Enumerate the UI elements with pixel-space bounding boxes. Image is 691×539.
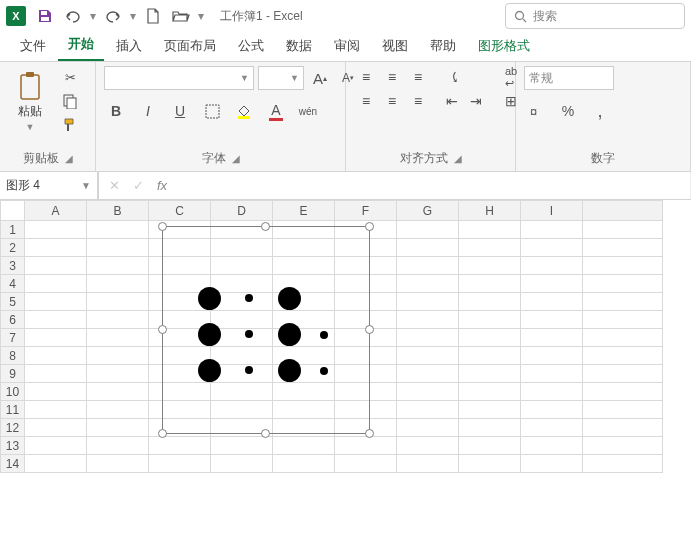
clipboard-launcher[interactable]: ◢ (65, 153, 73, 164)
tab-insert[interactable]: 插入 (106, 31, 152, 61)
col-header[interactable]: G (397, 201, 459, 221)
col-header[interactable]: B (87, 201, 149, 221)
cut-button[interactable]: ✂ (56, 66, 84, 88)
dot-icon (245, 330, 253, 338)
orientation-button[interactable]: ⤹ (440, 66, 470, 88)
col-header[interactable]: E (273, 201, 335, 221)
enter-icon[interactable]: ✓ (129, 178, 147, 193)
row-header[interactable]: 6 (1, 311, 25, 329)
tab-formulas[interactable]: 公式 (228, 31, 274, 61)
group-font: ▼ ▼ A▴ A▾ B I U A wén 字体◢ (96, 62, 346, 171)
align-left-button[interactable]: ≡ (354, 90, 378, 112)
fill-color-button[interactable] (232, 100, 256, 122)
name-box-value: 图形 4 (6, 177, 40, 194)
font-color-button[interactable]: A (264, 100, 288, 122)
tab-view[interactable]: 视图 (372, 31, 418, 61)
save-button[interactable] (32, 3, 58, 29)
tab-layout[interactable]: 页面布局 (154, 31, 226, 61)
row-header[interactable]: 14 (1, 455, 25, 473)
resize-handle[interactable] (365, 222, 374, 231)
svg-point-2 (516, 11, 524, 19)
resize-handle[interactable] (261, 222, 270, 231)
qat-sep: ▾ (90, 9, 96, 23)
font-name-combo[interactable]: ▼ (104, 66, 254, 90)
qat-more[interactable]: ▾ (198, 9, 204, 23)
svg-rect-7 (67, 98, 76, 109)
align-center-button[interactable]: ≡ (380, 90, 404, 112)
tab-file[interactable]: 文件 (10, 31, 56, 61)
formula-input[interactable] (177, 172, 684, 199)
col-header[interactable]: F (335, 201, 397, 221)
row-header[interactable]: 2 (1, 239, 25, 257)
border-icon (205, 104, 220, 119)
search-box[interactable]: 搜索 (505, 3, 685, 29)
align-right-button[interactable]: ≡ (406, 90, 430, 112)
tab-help[interactable]: 帮助 (420, 31, 466, 61)
increase-indent-button[interactable]: ⇥ (464, 90, 488, 112)
italic-button[interactable]: I (136, 100, 160, 122)
cancel-icon[interactable]: ✕ (105, 178, 123, 193)
tab-data[interactable]: 数据 (276, 31, 322, 61)
row-header[interactable]: 8 (1, 347, 25, 365)
fx-icon[interactable]: fx (153, 178, 171, 193)
col-header[interactable] (583, 201, 663, 221)
excel-app-icon: X (6, 6, 26, 26)
row-header[interactable]: 7 (1, 329, 25, 347)
alignment-launcher[interactable]: ◢ (454, 153, 462, 164)
resize-handle[interactable] (365, 325, 374, 334)
tab-home[interactable]: 开始 (58, 29, 104, 61)
new-file-button[interactable] (140, 3, 166, 29)
open-file-button[interactable] (168, 3, 194, 29)
name-box[interactable]: 图形 4 ▼ (0, 172, 98, 199)
copy-icon (62, 93, 78, 109)
row-header[interactable]: 9 (1, 365, 25, 383)
select-all-corner[interactable] (1, 201, 25, 221)
resize-handle[interactable] (158, 429, 167, 438)
comma-button[interactable]: , (588, 100, 612, 122)
redo-button[interactable] (100, 3, 126, 29)
align-bottom-button[interactable]: ≡ (406, 66, 430, 88)
col-header[interactable]: D (211, 201, 273, 221)
row-header[interactable]: 10 (1, 383, 25, 401)
paintbrush-icon (62, 117, 78, 133)
tab-review[interactable]: 审阅 (324, 31, 370, 61)
resize-handle[interactable] (261, 429, 270, 438)
resize-handle[interactable] (365, 429, 374, 438)
font-launcher[interactable]: ◢ (232, 153, 240, 164)
col-header[interactable]: C (149, 201, 211, 221)
resize-handle[interactable] (158, 325, 167, 334)
phonetic-button[interactable]: wén (296, 100, 320, 122)
col-header[interactable]: H (459, 201, 521, 221)
col-header[interactable]: A (25, 201, 87, 221)
underline-button[interactable]: U (168, 100, 192, 122)
bucket-icon (236, 103, 252, 119)
number-format-combo[interactable]: 常规 (524, 66, 614, 90)
row-header[interactable]: 3 (1, 257, 25, 275)
undo-button[interactable] (60, 3, 86, 29)
group-alignment: ≡ ≡ ≡ ≡ ≡ ≡ ⤹ ⇤ ⇥ ab↩ ⊞ 对齐方式◢ (346, 62, 516, 171)
decrease-indent-button[interactable]: ⇤ (440, 90, 464, 112)
grow-font-button[interactable]: A▴ (308, 67, 332, 89)
paste-button[interactable]: 粘贴 ▼ (8, 66, 52, 136)
percent-button[interactable]: % (556, 100, 580, 122)
chevron-down-icon: ▼ (26, 122, 35, 132)
resize-handle[interactable] (158, 222, 167, 231)
row-header[interactable]: 13 (1, 437, 25, 455)
align-top-button[interactable]: ≡ (354, 66, 378, 88)
bold-button[interactable]: B (104, 100, 128, 122)
border-button[interactable] (200, 100, 224, 122)
font-size-combo[interactable]: ▼ (258, 66, 304, 90)
accounting-format-button[interactable]: ¤ (524, 100, 548, 122)
row-header[interactable]: 5 (1, 293, 25, 311)
dot-icon (320, 367, 328, 375)
row-header[interactable]: 1 (1, 221, 25, 239)
group-number: 常规 ¤ % , 数字 (516, 62, 691, 171)
col-header[interactable]: I (521, 201, 583, 221)
row-header[interactable]: 4 (1, 275, 25, 293)
align-middle-button[interactable]: ≡ (380, 66, 404, 88)
format-painter-button[interactable] (56, 114, 84, 136)
row-header[interactable]: 12 (1, 419, 25, 437)
row-header[interactable]: 11 (1, 401, 25, 419)
tab-shape-format[interactable]: 图形格式 (468, 31, 540, 61)
copy-button[interactable] (56, 90, 84, 112)
